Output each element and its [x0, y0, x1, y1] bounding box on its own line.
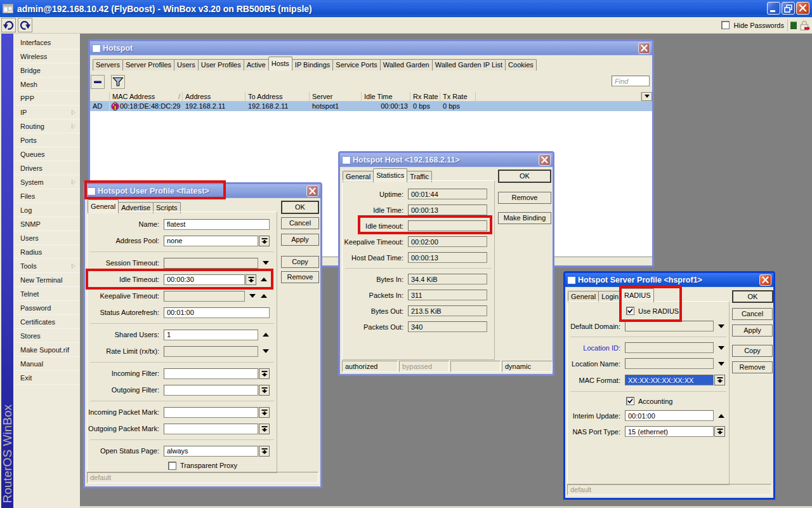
- default-domain-input[interactable]: [625, 321, 714, 331]
- sidebar-item-ppp[interactable]: PPP: [15, 91, 80, 105]
- column-rx-rate[interactable]: Rx Rate: [410, 92, 440, 101]
- hotspot-tab-active[interactable]: Active: [244, 59, 269, 70]
- accounting-checkbox[interactable]: [626, 397, 634, 405]
- server-profile-ok-button[interactable]: OK: [732, 290, 773, 303]
- hotspot-tab-walled-garden[interactable]: Walled Garden: [380, 59, 433, 70]
- tab-host-statistics[interactable]: Statistics: [373, 168, 407, 182]
- rate-limit-input[interactable]: [164, 346, 258, 357]
- server-profile-remove-button[interactable]: Remove: [732, 361, 773, 373]
- redo-button[interactable]: [18, 18, 32, 32]
- host-titlebar[interactable]: Hotspot Host <192.168.2.11>: [340, 153, 553, 167]
- keepalive-timeout-input[interactable]: [164, 291, 245, 302]
- user-profile-apply-button[interactable]: Apply: [281, 234, 319, 246]
- location-id-input[interactable]: [625, 342, 714, 353]
- user-profile-copy-button[interactable]: Copy: [281, 256, 319, 268]
- sidebar-item-ports[interactable]: Ports: [15, 133, 80, 147]
- outgoing-packet-mark-input[interactable]: [164, 424, 258, 434]
- user-profile-close-button[interactable]: [306, 185, 318, 197]
- column-tx-rate[interactable]: Tx Rate: [440, 92, 476, 101]
- sidebar-item-password[interactable]: Password: [15, 301, 80, 315]
- host-ok-button[interactable]: OK: [498, 170, 551, 183]
- keepalive-timeout-expand-button[interactable]: [248, 294, 256, 298]
- server-profile-close-button[interactable]: [759, 274, 771, 286]
- status-autorefresh-input[interactable]: 00:01:00: [164, 307, 270, 318]
- undo-button[interactable]: [1, 18, 16, 32]
- server-profile-titlebar[interactable]: Hotspot Server Profile <hsprof1>: [565, 273, 773, 287]
- sidebar-item-users[interactable]: Users: [15, 231, 80, 245]
- open-status-page-input[interactable]: always: [164, 446, 258, 457]
- user-profile-ok-button[interactable]: OK: [281, 201, 319, 214]
- session-timeout-expand-button[interactable]: [261, 261, 270, 265]
- sidebar-item-files[interactable]: Files: [15, 189, 80, 203]
- interim-update-collapse-button[interactable]: [717, 414, 725, 418]
- hotspot-tab-walled-garden-ip-list[interactable]: Walled Garden IP List: [432, 59, 506, 70]
- interim-update-input[interactable]: 00:01:00: [625, 410, 714, 421]
- user-profile-cancel-button[interactable]: Cancel: [281, 217, 319, 229]
- hotspot-tab-service-ports[interactable]: Service Ports: [332, 59, 380, 70]
- sidebar-item-tools[interactable]: Tools: [15, 259, 80, 273]
- find-input[interactable]: [615, 77, 646, 85]
- sidebar-item-ip[interactable]: IP: [15, 105, 80, 119]
- mac-format-dropdown-button[interactable]: [714, 375, 725, 385]
- sidebar-item-certificates[interactable]: Certificates: [15, 315, 80, 329]
- outgoing-filter-input[interactable]: [164, 385, 258, 396]
- default-domain-expand-button[interactable]: [717, 324, 725, 328]
- sidebar-item-snmp[interactable]: SNMP: [15, 217, 80, 231]
- incoming-packet-mark-dropdown-button[interactable]: [259, 407, 270, 418]
- host-make-binding-button[interactable]: Make Binding: [498, 212, 551, 224]
- sidebar-item-new-terminal[interactable]: New Terminal: [15, 273, 80, 287]
- outgoing-filter-dropdown-button[interactable]: [259, 385, 270, 396]
- sidebar-item-telnet[interactable]: Telnet: [15, 287, 80, 301]
- hide-passwords-checkbox[interactable]: [721, 21, 730, 29]
- shared-users-collapse-button[interactable]: [261, 333, 270, 337]
- server-profile-cancel-button[interactable]: Cancel: [732, 308, 773, 320]
- hotspot-window-titlebar[interactable]: Hotspot: [90, 41, 652, 55]
- column-idle-time[interactable]: Idle Time: [362, 92, 410, 101]
- column-to-address[interactable]: To Address: [246, 92, 310, 101]
- location-name-expand-button[interactable]: [717, 362, 725, 366]
- column-mac-address[interactable]: MAC Address/: [110, 92, 183, 101]
- server-profile-apply-button[interactable]: Apply: [732, 324, 773, 337]
- hotspot-tab-cookies[interactable]: Cookies: [505, 59, 537, 70]
- hotspot-tab-server-profiles[interactable]: Server Profiles: [122, 59, 174, 70]
- sidebar-item-bridge[interactable]: Bridge: [15, 64, 80, 77]
- column-flags[interactable]: [90, 92, 110, 101]
- hotspot-tab-ip-bindings[interactable]: IP Bindings: [292, 59, 333, 70]
- hotspot-close-button[interactable]: [638, 43, 650, 54]
- shared-users-input[interactable]: 1: [164, 330, 258, 340]
- outgoing-packet-mark-dropdown-button[interactable]: [259, 424, 270, 434]
- session-timeout-input[interactable]: [164, 258, 258, 269]
- server-profile-copy-button[interactable]: Copy: [732, 345, 773, 357]
- location-name-input[interactable]: [625, 358, 714, 369]
- close-button[interactable]: [796, 2, 809, 15]
- sidebar-item-routing[interactable]: Routing: [15, 119, 80, 133]
- keepalive-timeout-collapse-button[interactable]: [259, 294, 268, 298]
- hotspot-tab-user-profiles[interactable]: User Profiles: [198, 59, 244, 70]
- host-row[interactable]: AD 00:18:DE:48:DC:29 192.168.2.11 192.16…: [90, 102, 652, 111]
- transparent-proxy-checkbox[interactable]: [168, 462, 176, 470]
- nas-port-type-input[interactable]: 15 (ethernet): [625, 426, 714, 437]
- incoming-filter-dropdown-button[interactable]: [259, 368, 270, 379]
- sidebar-item-make-supout-rif[interactable]: Make Supout.rif: [15, 343, 80, 357]
- sidebar-item-stores[interactable]: Stores: [15, 329, 80, 343]
- tab-general[interactable]: General: [88, 199, 119, 213]
- sidebar-item-log[interactable]: Log: [15, 203, 80, 217]
- incoming-packet-mark-input[interactable]: [164, 407, 258, 418]
- address-pool-input[interactable]: none: [164, 236, 258, 246]
- minimize-button[interactable]: [767, 2, 780, 15]
- sidebar-item-exit[interactable]: Exit: [15, 371, 80, 385]
- column-address[interactable]: Address: [183, 92, 246, 101]
- restore-button[interactable]: [782, 2, 795, 15]
- sidebar-item-radius[interactable]: Radius: [15, 245, 80, 259]
- host-close-button[interactable]: [539, 154, 551, 166]
- sidebar-item-system[interactable]: System: [15, 175, 80, 189]
- remove-entry-button[interactable]: [91, 75, 105, 89]
- column-menu-button[interactable]: [641, 92, 652, 101]
- sidebar-item-interfaces[interactable]: Interfaces: [15, 36, 80, 50]
- sidebar-item-wireless[interactable]: Wireless: [15, 50, 80, 64]
- address-pool-dropdown-button[interactable]: [259, 236, 270, 246]
- sidebar-item-drivers[interactable]: Drivers: [15, 161, 80, 175]
- name-input[interactable]: flatest: [164, 219, 270, 230]
- mac-format-input[interactable]: XX:XX:XX:XX:XX:XX: [625, 375, 714, 385]
- rate-limit-expand-button[interactable]: [261, 349, 270, 353]
